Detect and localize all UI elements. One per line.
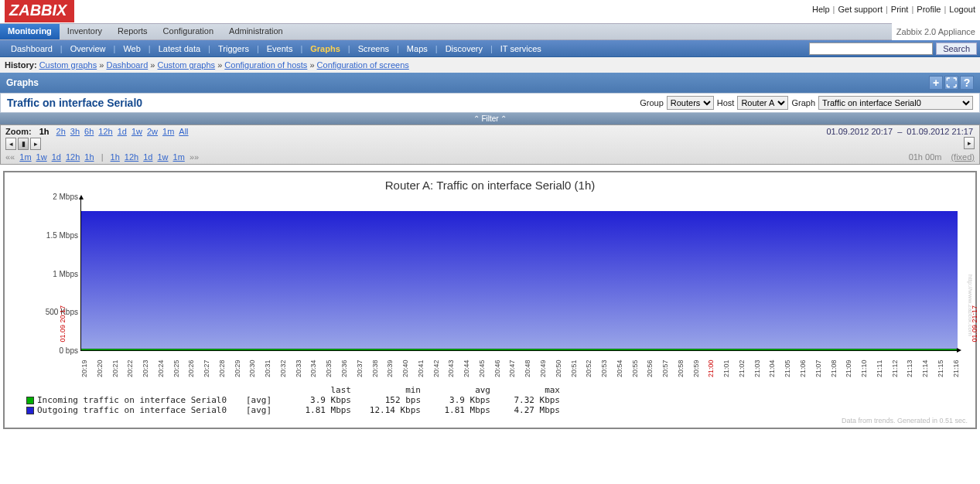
zoom-3h[interactable]: 3h	[70, 127, 80, 136]
history-link[interactable]: Configuration of hosts	[224, 60, 307, 70]
date-to: 01.09.2012 21:17	[907, 127, 973, 136]
x-tick: 20:24	[157, 351, 165, 379]
legend-max: 4.27 Mbps	[490, 405, 560, 415]
tab-configuration[interactable]: Configuration	[155, 24, 221, 39]
subtab-maps[interactable]: Maps	[399, 44, 435, 53]
x-tick: 20:44	[463, 351, 470, 379]
nav-prev-icon[interactable]: ◂	[5, 138, 16, 150]
subtab-triggers[interactable]: Triggers	[210, 44, 257, 53]
navl-1m[interactable]: 1m	[19, 152, 31, 162]
tab-administration[interactable]: Administration	[221, 24, 291, 39]
subtab-overview[interactable]: Overview	[63, 44, 114, 53]
x-tick: 20:20	[96, 351, 104, 379]
toplink-logout[interactable]: Logout	[949, 5, 975, 14]
subtab-dashboard[interactable]: Dashboard	[3, 44, 60, 53]
footnote: Data from trends. Generated in 0.51 sec.	[12, 417, 968, 424]
x-tick: 20:49	[539, 351, 547, 379]
subtab-discovery[interactable]: Discovery	[438, 44, 490, 53]
toplink-profile[interactable]: Profile	[917, 5, 941, 14]
subtab-events[interactable]: Events	[259, 44, 301, 53]
zoom-1m[interactable]: 1m	[162, 127, 174, 136]
navr-1d[interactable]: 1d	[143, 152, 152, 162]
x-tick: 21:00	[707, 351, 715, 379]
x-tick: 20:33	[295, 351, 302, 379]
x-tick: 20:43	[447, 351, 455, 379]
tab-monitoring[interactable]: Monitoring	[0, 24, 60, 39]
x-tick: 20:36	[340, 351, 348, 379]
navr-1h[interactable]: 1h	[111, 152, 120, 162]
x-tick: 20:37	[356, 351, 364, 379]
graph-container: http://www.zabbix.com Router A: Traffic …	[3, 171, 977, 429]
legend-max: 7.32 Kbps	[490, 395, 560, 405]
graph-display-name: Traffic on interface Serial0	[7, 97, 142, 109]
search-input[interactable]	[809, 43, 933, 55]
chart-plot-area[interactable]: 2 Mbps1.5 Mbps1 Mbps500 Kbps0 bps	[80, 196, 960, 351]
x-tick: 21:12	[891, 351, 899, 379]
x-tick: 20:55	[631, 351, 639, 379]
zoom-12h[interactable]: 12h	[98, 127, 112, 136]
zoom-1d[interactable]: 1d	[118, 127, 127, 136]
history-link[interactable]: Dashboard	[106, 60, 148, 70]
subtab-screens[interactable]: Screens	[350, 44, 397, 53]
nav-end-icon[interactable]: ▸	[964, 137, 975, 149]
x-tick: 20:50	[555, 351, 562, 379]
history-link[interactable]: Custom graphs	[158, 60, 216, 70]
tab-inventory[interactable]: Inventory	[60, 24, 110, 39]
toplink-help[interactable]: Help	[812, 5, 830, 14]
subtab-it-services[interactable]: IT services	[493, 44, 549, 53]
host-select[interactable]: Router A	[737, 96, 788, 110]
outgoing-series-area	[81, 211, 958, 350]
navr-1w[interactable]: 1w	[157, 152, 168, 162]
legend-name: Incoming traffic on interface Serial0	[37, 395, 246, 405]
x-tick: 20:32	[279, 351, 287, 379]
navr-12h[interactable]: 12h	[125, 152, 138, 162]
logo[interactable]: ZABBIX	[5, 0, 74, 22]
tab-reports[interactable]: Reports	[110, 24, 155, 39]
add-favorite-icon[interactable]: +	[929, 76, 943, 90]
nav-right-marker: »»	[190, 152, 199, 162]
x-tick: 20:59	[692, 351, 700, 379]
subtab-web[interactable]: Web	[115, 44, 148, 53]
nav-left-marker: ««	[5, 152, 15, 162]
zoom-2w[interactable]: 2w	[147, 127, 158, 136]
search-button[interactable]: Search	[936, 43, 977, 55]
x-axis: 20:1920:2020:2120:2220:2320:2420:2520:26…	[80, 351, 960, 379]
fixed-label[interactable]: (fixed)	[951, 152, 975, 162]
nav-left-links: 1m1w1d12h1h	[17, 152, 96, 162]
navr-1m[interactable]: 1m	[173, 152, 185, 162]
history-link[interactable]: Custom graphs	[39, 60, 97, 70]
nav-next-icon[interactable]: ▸	[30, 138, 41, 150]
graph-select[interactable]: Traffic on interface Serial0	[818, 96, 973, 110]
filter-bar[interactable]: ⌃ Filter ⌃	[0, 113, 980, 124]
appliance-label: Zabbix 2.0 Appliance	[892, 27, 980, 36]
history-bar: History: Custom graphs » Dashboard » Cus…	[0, 57, 980, 73]
fullscreen-icon[interactable]: ⛶	[944, 76, 958, 90]
history-link[interactable]: Configuration of screens	[317, 60, 409, 70]
help-icon[interactable]: ?	[960, 76, 974, 90]
navl-1d[interactable]: 1d	[52, 152, 61, 162]
x-tick: 20:41	[417, 351, 425, 379]
zoom-all[interactable]: All	[179, 127, 188, 136]
duration-label: 01h 00m	[909, 152, 942, 162]
legend-min: 152 bps	[351, 395, 421, 405]
nav-slider-icon[interactable]: ▮	[18, 138, 29, 150]
subtab-latest-data[interactable]: Latest data	[151, 44, 208, 53]
zoom-2h[interactable]: 2h	[56, 127, 66, 136]
navl-12h[interactable]: 12h	[66, 152, 80, 162]
toplink-get-support[interactable]: Get support	[838, 5, 882, 14]
navl-1h[interactable]: 1h	[84, 152, 94, 162]
x-tick: 21:13	[906, 351, 913, 379]
zoom-1w[interactable]: 1w	[131, 127, 142, 136]
main-menu: MonitoringInventoryReportsConfigurationA…	[0, 23, 892, 40]
zoom-6h[interactable]: 6h	[84, 127, 94, 136]
x-tick: 20:34	[309, 351, 317, 379]
toplink-print[interactable]: Print	[891, 5, 909, 14]
x-tick: 21:04	[768, 351, 776, 379]
subtab-graphs[interactable]: Graphs	[302, 44, 348, 53]
x-tick: 20:38	[371, 351, 379, 379]
navl-1w[interactable]: 1w	[36, 152, 47, 162]
x-tick: 20:52	[585, 351, 592, 379]
group-select[interactable]: Routers	[667, 96, 714, 110]
x-tick: 21:01	[722, 351, 730, 379]
filter-collapse-icon: ⌃	[500, 114, 507, 123]
